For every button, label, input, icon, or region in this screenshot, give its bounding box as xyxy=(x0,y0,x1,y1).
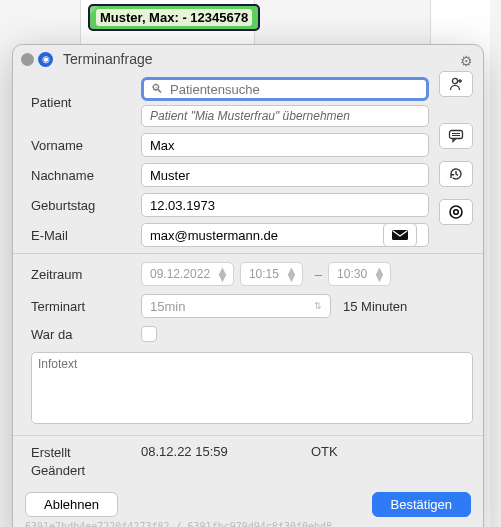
stepper-icon: ▲▼ xyxy=(373,267,386,281)
lastname-label: Nachname xyxy=(31,168,141,183)
svg-point-2 xyxy=(450,206,462,218)
patient-search-input[interactable] xyxy=(141,77,429,101)
date-stepper[interactable]: 09.12.2022▲▼ xyxy=(141,262,234,286)
patient-label: Patient xyxy=(31,95,141,110)
reject-button[interactable]: Ablehnen xyxy=(25,492,118,517)
appointment-request-dialog: ◉ Terminanfrage ⚙ Patient 🔍︎ Patient "Mi xyxy=(12,44,484,527)
speech-bubble-icon xyxy=(448,129,464,143)
appointment-chip[interactable]: Muster, Max: - 12345678 xyxy=(88,4,260,31)
stepper-icon: ▲▼ xyxy=(285,267,298,281)
person-plus-icon xyxy=(448,76,464,92)
chip-id: - 12345678 xyxy=(182,10,248,25)
search-icon: 🔍︎ xyxy=(151,82,163,96)
divider xyxy=(13,253,483,254)
firstname-input[interactable] xyxy=(141,133,429,157)
lastname-input[interactable] xyxy=(141,163,429,187)
history-icon xyxy=(448,166,464,182)
firstname-label: Vorname xyxy=(31,138,141,153)
attended-label: War da xyxy=(31,327,141,342)
modified-label: Geändert xyxy=(31,462,141,480)
record-hash: 6391e7bdb4ee7220f4273f82 / 6391fbc979d94… xyxy=(13,519,483,527)
envelope-icon xyxy=(391,229,409,241)
sync-icon xyxy=(448,204,464,220)
time-from-stepper[interactable]: 10:15▲▼ xyxy=(240,262,303,286)
add-patient-button[interactable] xyxy=(439,71,473,97)
range-dash: – xyxy=(315,267,322,282)
birthday-label: Geburtstag xyxy=(31,198,141,213)
duration-text: 15 Minuten xyxy=(343,299,407,314)
dialog-title: Terminanfrage xyxy=(63,51,153,67)
meta-section: Erstellt Geändert 08.12.22 15:59 OTK xyxy=(13,435,483,488)
svg-point-0 xyxy=(452,78,457,83)
appointment-type-select[interactable]: 15min ⇅ xyxy=(141,294,331,318)
time-to-stepper[interactable]: 10:30▲▼ xyxy=(328,262,391,286)
send-email-button[interactable] xyxy=(383,223,417,247)
birthday-input[interactable] xyxy=(141,193,429,217)
app-logo-icon: ◉ xyxy=(38,52,53,67)
patient-takeover-hint[interactable]: Patient "Mia Musterfrau" übernehmen xyxy=(141,105,429,127)
created-label: Erstellt xyxy=(31,444,141,462)
svg-point-3 xyxy=(454,210,459,215)
appointment-type-label: Terminart xyxy=(31,299,141,314)
message-button[interactable] xyxy=(439,123,473,149)
svg-rect-1 xyxy=(450,131,463,139)
attended-checkbox[interactable] xyxy=(141,326,157,342)
dialog-header: ◉ Terminanfrage ⚙ xyxy=(13,45,483,71)
created-source: OTK xyxy=(311,444,338,480)
close-icon[interactable] xyxy=(21,53,34,66)
created-value: 08.12.22 15:59 xyxy=(141,444,311,480)
gear-icon[interactable]: ⚙ xyxy=(460,53,473,69)
chip-name: Muster, Max: xyxy=(100,10,179,25)
email-label: E-Mail xyxy=(31,228,141,243)
sync-button[interactable] xyxy=(439,199,473,225)
history-button[interactable] xyxy=(439,161,473,187)
timerange-label: Zeitraum xyxy=(31,267,141,282)
chevron-updown-icon: ⇅ xyxy=(314,301,322,311)
infotext-textarea[interactable] xyxy=(31,352,473,424)
confirm-button[interactable]: Bestätigen xyxy=(372,492,471,517)
stepper-icon: ▲▼ xyxy=(216,267,229,281)
